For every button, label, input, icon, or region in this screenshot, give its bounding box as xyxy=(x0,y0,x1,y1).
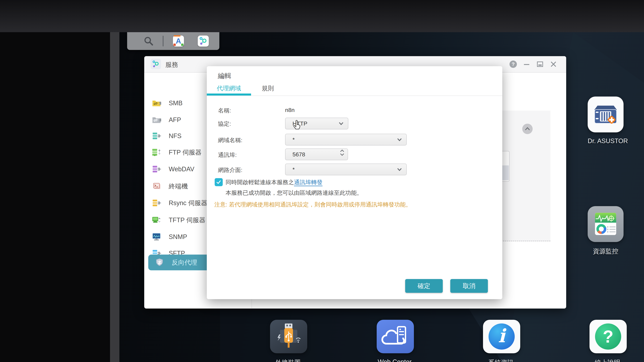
sidebar-item-label: WebDAV xyxy=(169,166,194,173)
port-label: 通訊埠: xyxy=(218,151,237,159)
sidebar-item-label: SMB xyxy=(169,99,182,107)
edit-dialog: 編輯 代理網域 規則 名稱: n8n 協定: HTTP 網域名稱: * 通訊埠:… xyxy=(207,66,502,299)
protocol-dropdown[interactable]: HTTP xyxy=(285,118,348,129)
chevron-up-icon[interactable] xyxy=(522,124,533,134)
stepper-down-icon[interactable] xyxy=(340,153,344,156)
webdav-icon xyxy=(152,164,161,174)
dialog-title: 編輯 xyxy=(218,71,231,80)
tab-proxy-domain[interactable]: 代理網域 xyxy=(207,83,251,94)
checkbox-label: 同時開啟輕鬆連線本服務之通訊埠轉發 xyxy=(226,178,322,186)
desktop-icon-label: Dr. ASUSTOR xyxy=(588,137,624,145)
tab-rules[interactable]: 規則 xyxy=(251,83,284,94)
snmp-icon xyxy=(152,232,161,242)
dr-asustor-icon xyxy=(588,96,624,132)
ftp-server-icon xyxy=(152,147,161,157)
resource-monitor-icon xyxy=(588,206,624,242)
interface-label: 網路介面: xyxy=(218,166,242,174)
name-value: n8n xyxy=(285,107,295,113)
window-title: 服務 xyxy=(165,60,178,69)
dock-icon-online-help[interactable]: ? 線上說明 xyxy=(590,320,626,362)
sidebar-item-label: 終端機 xyxy=(169,182,188,191)
domain-dropdown[interactable]: * xyxy=(285,134,407,145)
app-central-icon[interactable]: A xyxy=(173,35,184,46)
rsync-server-icon xyxy=(152,198,161,208)
minimize-icon[interactable] xyxy=(523,60,530,68)
dock-icon-label: 系統資訊 xyxy=(483,358,519,362)
port-stepper[interactable]: 5678 xyxy=(285,148,348,160)
external-devices-icon xyxy=(270,320,307,353)
chevron-down-icon xyxy=(397,138,402,141)
maximize-icon[interactable] xyxy=(536,60,544,68)
tab-divider xyxy=(207,95,502,96)
sidebar-item-label: AFP xyxy=(169,116,181,123)
sidebar-item-label: 反向代理 xyxy=(172,258,197,267)
interface-dropdown[interactable]: * xyxy=(285,164,407,175)
tftp-server-icon xyxy=(152,215,161,225)
taskbar-divider xyxy=(163,36,164,46)
top-letterbox xyxy=(0,0,644,32)
taskbar: A xyxy=(127,32,219,50)
domain-label: 網域名稱: xyxy=(218,136,242,144)
dock-icon-label: Web Center xyxy=(377,358,412,362)
service-status-text: 本服務已成功開啟，您可以由區域網路連線至此功能。 xyxy=(226,189,362,197)
help-circle-icon[interactable]: ? xyxy=(510,60,517,68)
note-text: 注意: 若代理網域使用相同通訊埠設定，則會同時啟用或停用通訊埠轉發功能。 xyxy=(214,201,412,209)
sidebar-item-label: TFTP 伺服器 xyxy=(169,216,206,224)
system-info-icon: i xyxy=(483,320,520,353)
smb-folder-icon xyxy=(152,98,161,108)
stepper-up-icon[interactable] xyxy=(340,149,344,152)
close-icon[interactable] xyxy=(550,60,557,68)
ok-button[interactable]: 確定 xyxy=(405,279,443,293)
afp-folder-icon xyxy=(152,115,161,125)
sidebar-item-label: Rsync 伺服器 xyxy=(169,199,207,207)
desktop-icon-dr-asustor[interactable]: Dr. ASUSTOR xyxy=(588,96,624,145)
window-app-icon xyxy=(150,59,161,69)
dock-icon-system-info[interactable]: i 系統資訊 xyxy=(483,320,519,362)
chevron-down-icon xyxy=(397,168,402,171)
online-help-icon: ? xyxy=(590,320,627,353)
cancel-button[interactable]: 取消 xyxy=(450,279,488,293)
dock-icon-label: 線上說明 xyxy=(590,358,626,362)
services-icon[interactable] xyxy=(198,35,209,46)
search-icon[interactable] xyxy=(143,36,154,46)
dock-icon-external-devices[interactable]: 外接裝置 xyxy=(270,320,306,362)
left-letterbox xyxy=(0,32,110,362)
chevron-down-icon xyxy=(338,122,344,125)
left-divider-strip xyxy=(110,32,120,362)
web-center-icon xyxy=(377,320,414,353)
sidebar-item-label: NFS xyxy=(169,132,182,140)
protocol-label: 協定: xyxy=(218,120,231,128)
desktop-icon-label: 資源監控 xyxy=(588,247,624,256)
screen: { "taskbar": { "search_icon": "search-ic… xyxy=(0,0,644,362)
port-forward-checkbox[interactable] xyxy=(215,178,223,186)
sidebar-item-label: FTP 伺服器 xyxy=(169,148,202,157)
name-label: 名稱: xyxy=(218,107,231,114)
terminal-icon xyxy=(152,181,161,191)
nfs-icon xyxy=(152,131,161,141)
reverse-proxy-shield-icon xyxy=(155,258,164,267)
port-forward-link[interactable]: 通訊埠轉發 xyxy=(294,179,322,186)
desktop-icon-resource-monitor[interactable]: 資源監控 xyxy=(588,206,624,256)
dock-icon-web-center[interactable]: Web Center xyxy=(377,320,412,362)
sidebar-item-label: SNMP xyxy=(169,233,187,241)
dock-icon-label: 外接裝置 xyxy=(270,358,306,362)
